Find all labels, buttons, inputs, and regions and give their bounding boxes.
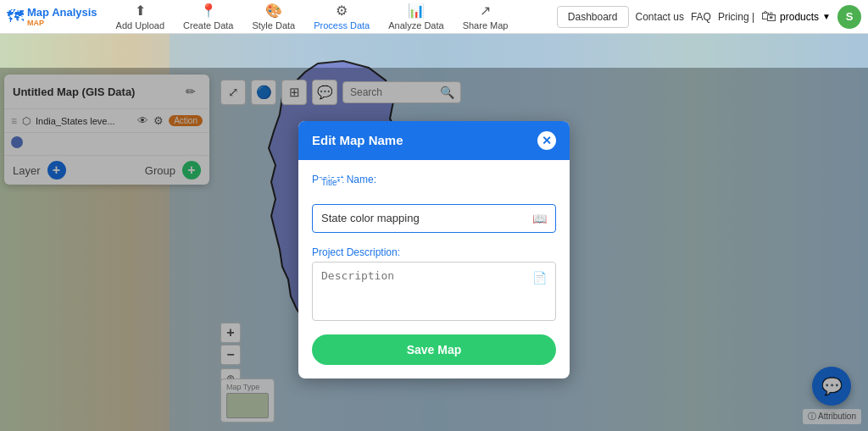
pricing-link[interactable]: Pricing | [718,11,754,23]
nav-analyze-data[interactable]: 📊 Analyze Data [380,0,452,34]
user-avatar[interactable]: S [837,5,861,29]
modal-body: Project Name: Title* 📖 Project Descripti… [298,160,570,379]
modal-title: Edit Map Name [312,133,403,147]
logo-sub: MAP [27,19,97,27]
nav-create-data[interactable]: 📍 Create Data [175,0,242,34]
process-data-icon: ⚙ [336,3,348,19]
share-map-icon: ↗ [480,3,491,19]
add-upload-icon: ⬆ [135,3,146,19]
edit-map-name-modal: Edit Map Name ✕ Project Name: Title* 📖 P… [298,121,570,379]
save-map-button[interactable]: Save Map [312,334,556,365]
create-data-icon: 📍 [200,3,217,19]
description-textarea-wrapper: 📄 [312,262,556,321]
faq-link[interactable]: FAQ [691,11,711,23]
project-name-label: Project Name: [312,174,556,185]
title-input-wrapper: 📖 [312,204,556,233]
chevron-down-icon: ▼ [822,12,831,21]
nav-share-map[interactable]: ↗ Share Map [454,0,517,34]
modal-header: Edit Map Name ✕ [298,121,570,160]
style-data-icon: 🎨 [265,3,282,19]
nav-process-data[interactable]: ⚙ Process Data [305,0,378,34]
description-label: Project Description: [312,246,556,258]
analyze-data-icon: 📊 [408,3,425,19]
products-icon: 🛍 [761,8,776,25]
products-area[interactable]: 🛍 products ▼ [761,8,831,25]
map-container: ⤢ 🔵 ⊞ 💬 🔍 Untitled Map (GIS Data) ✏ ≡ ⬡ … [0,34,868,431]
navbar: 🗺 Map Analysis MAP ⬆ Add Upload 📍 Create… [0,0,868,34]
document-icon: 📄 [532,271,547,285]
logo-area[interactable]: 🗺 Map Analysis MAP [7,6,97,27]
nav-right: Dashboard Contact us FAQ Pricing | 🛍 pro… [557,5,861,29]
logo-text: Map Analysis [27,6,97,19]
title-input[interactable] [321,212,527,224]
nav-style-data[interactable]: 🎨 Style Data [243,0,303,34]
title-field-label: Title* [319,178,342,187]
dashboard-button[interactable]: Dashboard [557,6,629,28]
nav-items: ⬆ Add Upload 📍 Create Data 🎨 Style Data … [108,0,557,34]
contact-link[interactable]: Contact us [636,11,684,23]
description-textarea[interactable] [321,269,527,312]
nav-add-upload[interactable]: ⬆ Add Upload [108,0,174,34]
modal-close-button[interactable]: ✕ [537,131,556,150]
book-icon: 📖 [532,212,547,225]
modal-overlay: Edit Map Name ✕ Project Name: Title* 📖 P… [0,68,868,431]
